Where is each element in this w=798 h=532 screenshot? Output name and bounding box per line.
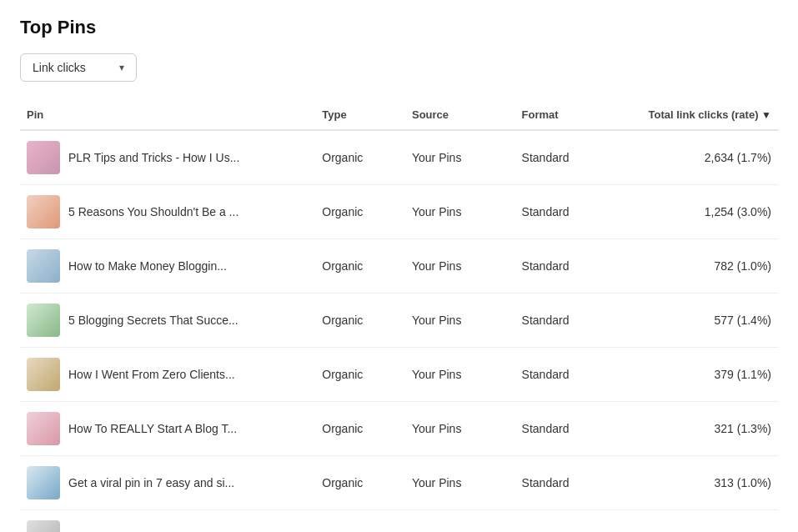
pin-source: Your Pins [405, 402, 515, 456]
pin-type: Organic [315, 185, 405, 239]
col-header-type: Type [315, 100, 405, 130]
top-pins-table: Pin Type Source Format Total link clicks… [20, 100, 778, 532]
pin-name: 5 Reasons You Shouldn't Be a ... [68, 205, 238, 218]
pin-cell-6[interactable]: Get a viral pin in 7 easy and si... [20, 456, 315, 510]
col-header-clicks[interactable]: Total link clicks (rate) ▼ [615, 100, 778, 130]
pin-type: Organic [315, 510, 405, 533]
pin-clicks: 577 (1.4%) [615, 294, 778, 348]
pin-thumbnail [27, 466, 60, 499]
pin-clicks: 379 (1.1%) [615, 348, 778, 402]
pin-clicks: 782 (1.0%) [615, 239, 778, 294]
pin-format: Standard [515, 456, 615, 510]
pin-source: Your Pins [405, 456, 515, 510]
pin-format: Standard [515, 294, 615, 348]
pin-source: Your Pins [405, 348, 515, 402]
pin-thumbnail [27, 520, 60, 532]
pin-thumbnail [27, 249, 60, 283]
pin-source: Your Pins [405, 294, 515, 348]
metric-dropdown[interactable]: Link clicks ▾ [20, 53, 137, 82]
pin-thumbnail [27, 304, 60, 337]
pin-cell-7[interactable]: 9 Emails To Send Your Email Li... [20, 510, 315, 533]
pin-clicks: 1,254 (3.0%) [615, 185, 778, 239]
pin-format: Standard [515, 402, 615, 456]
pin-name: Get a viral pin in 7 easy and si... [68, 476, 234, 489]
pin-clicks: 291 (0.7%) [615, 510, 778, 533]
pin-name: How To REALLY Start A Blog T... [68, 422, 237, 435]
table-row: 5 Reasons You Shouldn't Be a ... Organic… [20, 185, 778, 239]
pin-name: How to Make Money Bloggin... [68, 259, 227, 273]
pin-cell-3[interactable]: 5 Blogging Secrets That Succe... [20, 294, 315, 348]
col-header-pin: Pin [20, 100, 315, 130]
table-row: PLR Tips and Tricks - How I Us... Organi… [20, 130, 778, 185]
page-title: Top Pins [20, 17, 778, 38]
dropdown-label: Link clicks [33, 61, 86, 74]
pin-cell-0[interactable]: PLR Tips and Tricks - How I Us... [20, 130, 315, 185]
col-header-source: Source [405, 100, 515, 130]
pin-source: Your Pins [405, 510, 515, 533]
pin-clicks: 2,634 (1.7%) [615, 130, 778, 185]
pin-format: Standard [515, 510, 615, 533]
pin-type: Organic [315, 294, 405, 348]
pin-cell-4[interactable]: How I Went From Zero Clients... [20, 348, 315, 402]
table-row: How To REALLY Start A Blog T... Organic … [20, 402, 778, 456]
pin-format: Standard [515, 239, 615, 294]
pin-thumbnail [27, 141, 60, 174]
pin-format: Standard [515, 348, 615, 402]
pin-source: Your Pins [405, 185, 515, 239]
pin-format: Standard [515, 185, 615, 239]
table-row: 9 Emails To Send Your Email Li... Organi… [20, 510, 778, 533]
pin-type: Organic [315, 239, 405, 294]
pin-cell-2[interactable]: How to Make Money Bloggin... [20, 239, 315, 294]
table-header-row: Pin Type Source Format Total link clicks… [20, 100, 778, 130]
pin-type: Organic [315, 456, 405, 510]
pin-thumbnail [27, 412, 60, 445]
pin-format: Standard [515, 130, 615, 185]
pin-name: How I Went From Zero Clients... [68, 368, 235, 381]
chevron-down-icon: ▾ [119, 62, 124, 73]
table-row: Get a viral pin in 7 easy and si... Orga… [20, 456, 778, 510]
pin-cell-1[interactable]: 5 Reasons You Shouldn't Be a ... [20, 185, 315, 239]
pin-clicks: 313 (1.0%) [615, 456, 778, 510]
pin-type: Organic [315, 402, 405, 456]
pin-cell-5[interactable]: How To REALLY Start A Blog T... [20, 402, 315, 456]
sort-desc-icon: ▼ [761, 109, 771, 121]
pin-source: Your Pins [405, 130, 515, 185]
pin-thumbnail [27, 195, 60, 228]
table-row: 5 Blogging Secrets That Succe... Organic… [20, 294, 778, 348]
pin-type: Organic [315, 130, 405, 185]
table-row: How I Went From Zero Clients... Organic … [20, 348, 778, 402]
pin-name: 5 Blogging Secrets That Succe... [68, 314, 238, 327]
table-row: How to Make Money Bloggin... Organic You… [20, 239, 778, 294]
col-header-format: Format [515, 100, 615, 130]
pin-thumbnail [27, 358, 60, 391]
pin-type: Organic [315, 348, 405, 402]
pin-name: PLR Tips and Tricks - How I Us... [68, 151, 239, 164]
pin-source: Your Pins [405, 239, 515, 294]
pin-clicks: 321 (1.3%) [615, 402, 778, 456]
